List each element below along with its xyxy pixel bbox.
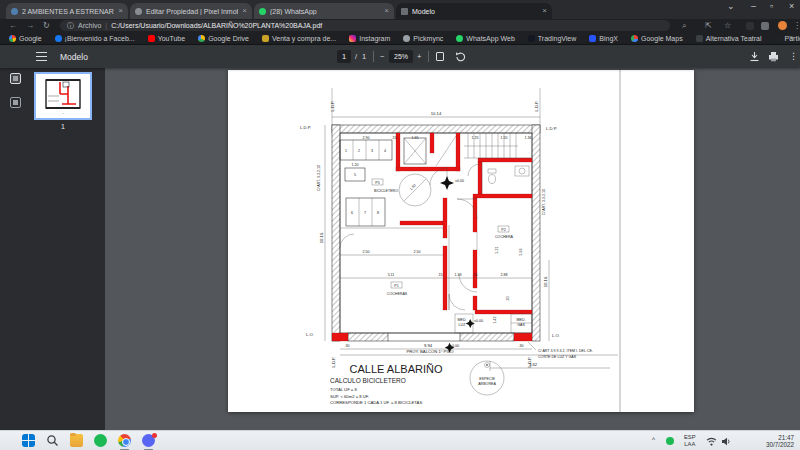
tradingview-icon [528, 35, 535, 42]
extension-icon[interactable] [761, 22, 769, 30]
tray-chevron-icon[interactable]: ^ [652, 436, 655, 443]
volume-icon[interactable] [721, 437, 731, 446]
menu-hamburger-icon[interactable] [36, 52, 47, 61]
url-scheme: Archivo [78, 22, 101, 29]
bookmark-venta-compra[interactable]: Venta y compra de... [262, 35, 336, 42]
outline-view-icon[interactable] [10, 97, 21, 108]
omnibox[interactable]: ⓘ Archivo | C:/Users/Usuario/Downloads/A… [60, 20, 670, 31]
tab-title: Editar Propiedad | Pixel Inmobili [146, 8, 238, 15]
svg-text:.15: .15 [438, 273, 443, 277]
bingx-icon [589, 35, 596, 42]
svg-text:1.50: 1.50 [409, 183, 417, 191]
rotate-icon[interactable] [455, 51, 466, 62]
svg-text:L.D.P.: L.D.P. [331, 356, 336, 367]
bookmark-pickmync[interactable]: Pickmync [403, 35, 443, 42]
tab-close-icon[interactable]: × [384, 7, 389, 15]
pdf-document-title: Modelo [60, 52, 88, 62]
tab-title: (28) WhatsApp [270, 8, 380, 15]
thumbnails-view-icon[interactable] [10, 73, 21, 84]
reload-icon[interactable]: ↻ [43, 21, 50, 30]
tab-close-icon[interactable]: × [542, 7, 547, 15]
back-icon[interactable]: ← [9, 21, 17, 30]
browser-menu-icon[interactable]: ⋮ [793, 21, 800, 30]
bookmark-google-drive[interactable]: Google Drive [198, 35, 249, 42]
svg-text:CORTE DE LUZ Y GAS: CORTE DE LUZ Y GAS [538, 355, 577, 359]
svg-text:.15: .15 [392, 136, 397, 140]
svg-text:10.16: 10.16 [319, 232, 324, 243]
download-icon[interactable] [749, 51, 760, 62]
share-icon[interactable]: ⇱ [705, 21, 712, 30]
zoom-level-input[interactable]: 25% [389, 50, 413, 63]
clock-time: 21:47 [766, 434, 794, 441]
tab-whatsapp[interactable]: (28) WhatsApp × [254, 3, 394, 19]
tab-close-icon[interactable]: × [118, 7, 123, 15]
bookmark-partidas-ranking[interactable]: Partidas por ranking [775, 35, 800, 42]
window-maximize-button[interactable]: ▫ [770, 1, 773, 11]
zoom-out-button[interactable]: − [380, 52, 384, 61]
svg-text:L.D.P.: L.D.P. [527, 356, 532, 367]
site-icon [696, 35, 703, 42]
file-info-icon[interactable]: ⓘ [67, 21, 74, 31]
bookmarks-bar: Google ¡Bienvenido a Faceb... YouTube Go… [0, 32, 800, 45]
profile-avatar[interactable] [778, 21, 787, 30]
spotify-tray-icon[interactable] [666, 437, 674, 445]
svg-text:MED.: MED. [517, 318, 526, 322]
chrome-icon[interactable] [118, 434, 131, 447]
pdf-sidebar: · 1 [0, 68, 105, 430]
bookmark-bingx[interactable]: BingX [589, 35, 618, 42]
svg-text:±0.00: ±0.00 [474, 319, 483, 323]
taskbar-clock[interactable]: 21:47 30/7/2022 [766, 434, 794, 448]
tab-close-icon[interactable]: × [242, 7, 247, 15]
print-icon[interactable] [768, 51, 779, 62]
bookmark-tradingview[interactable]: TradingView [528, 35, 577, 42]
zoom-search-icon[interactable]: ⌕ [682, 21, 686, 31]
code-notes: C/ ART 3.9.9.3.2. ITEM I. DEL CE. CORTE … [528, 342, 593, 359]
tab-listing[interactable]: 2 AMBIENTES A ESTRENAR CON × [6, 3, 128, 19]
maps-icon [631, 35, 638, 42]
wifi-icon[interactable] [706, 437, 717, 446]
tab-pixel-inmobiliario[interactable]: Editar Propiedad | Pixel Inmobili × [130, 3, 252, 19]
street-name: CALLE ALBARIÑO [350, 363, 443, 375]
pdf-page[interactable]: 1 2 3 4 5 6 7 8 [228, 70, 694, 412]
drive-icon [198, 35, 205, 42]
extension-icon[interactable] [746, 22, 754, 30]
site-icon [403, 35, 410, 42]
svg-text:.30: .30 [519, 344, 524, 348]
svg-text:1.65: 1.65 [412, 136, 419, 140]
svg-text:±0.00: ±0.00 [450, 344, 459, 348]
bookmarks-overflow-icon[interactable]: » [789, 33, 793, 42]
svg-text:P5: P5 [375, 181, 379, 185]
page-separator: / [355, 52, 357, 61]
tab-modelo-active[interactable]: Modelo × [396, 3, 552, 19]
dimensions: 10.14 10.16 10.16 9.94 ±0.00 .30 .30 2.9… [319, 111, 610, 371]
tab-search-icon[interactable]: ⌄ [727, 1, 735, 11]
pdf-menu-icon[interactable]: ⋮ [789, 51, 798, 61]
bookmark-instagram[interactable]: Instagram [349, 35, 390, 42]
bike-stalls: 1 2 3 4 5 6 7 8 [340, 140, 392, 226]
language-indicator[interactable]: ESPLAA [684, 434, 696, 448]
start-button-icon[interactable] [22, 434, 35, 447]
svg-text:1.25: 1.25 [472, 136, 479, 140]
window-close-button[interactable]: × [789, 1, 794, 11]
bookmark-facebook[interactable]: ¡Bienvenido a Faceb... [55, 35, 135, 42]
clock-date: 30/7/2022 [766, 441, 794, 448]
bookmark-alternativa-teatral[interactable]: Alternativa Teatral [696, 35, 762, 42]
taskbar-search-icon[interactable] [46, 434, 59, 447]
window-minimize-button[interactable]: – [751, 1, 756, 11]
file-explorer-icon[interactable] [70, 434, 83, 447]
bookmark-star-icon[interactable]: ☆ [724, 21, 731, 30]
bookmark-youtube[interactable]: YouTube [148, 35, 186, 42]
spotify-icon[interactable] [94, 434, 107, 447]
page-thumbnail[interactable]: · [34, 72, 92, 120]
fit-page-icon[interactable] [436, 52, 444, 61]
svg-text:C/ ART 3.9.9.3.2. ITEM I. DEL: C/ ART 3.9.9.3.2. ITEM I. DEL CE. [538, 349, 593, 353]
svg-text:LUZ: LUZ [459, 323, 467, 327]
page-number-input[interactable]: 1 [337, 50, 351, 63]
bookmark-whatsapp-web[interactable]: WhatsApp Web [456, 35, 515, 42]
page-total: 1 [362, 52, 366, 61]
svg-text:4: 4 [384, 149, 386, 153]
bookmark-google-maps[interactable]: Google Maps [631, 35, 683, 42]
zoom-in-button[interactable]: + [417, 52, 421, 61]
forward-icon[interactable]: → [26, 21, 34, 30]
bookmark-google[interactable]: Google [9, 35, 42, 42]
